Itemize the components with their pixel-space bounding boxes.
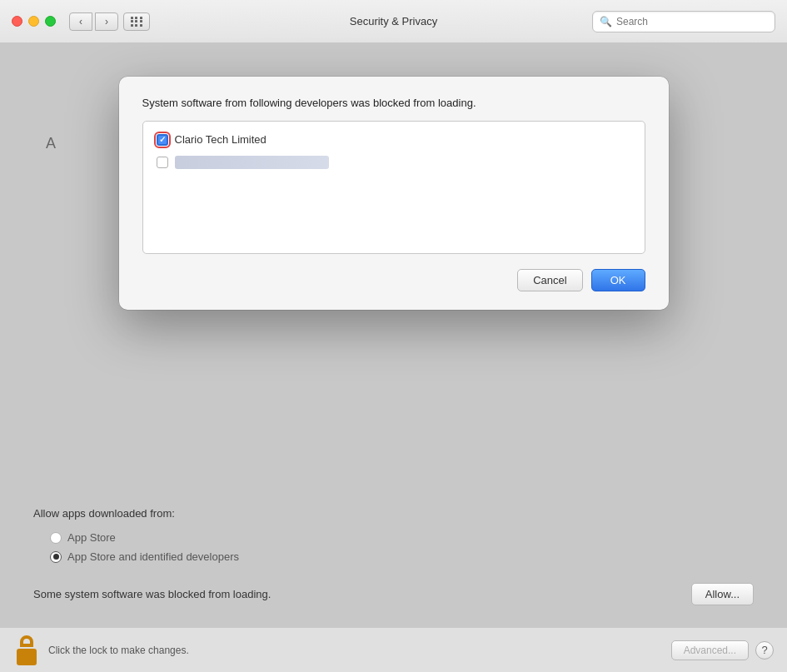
radio-item-appstore[interactable]: App Store	[50, 531, 754, 544]
blocked-row: Some system software was blocked from lo…	[33, 583, 754, 605]
grid-icon	[131, 17, 143, 27]
radio-group: App Store App Store and identified devel…	[50, 531, 754, 563]
lock-shackle	[20, 635, 33, 647]
modal-buttons: Cancel OK	[142, 269, 645, 291]
bottom-bar: Click the lock to make changes. Advanced…	[0, 627, 787, 672]
advanced-button[interactable]: Advanced...	[671, 640, 749, 660]
main-content: A System software from following develop…	[0, 43, 787, 672]
bottom-section: Allow apps downloaded from: App Store Ap…	[0, 490, 787, 605]
checkbox-unknown[interactable]	[157, 157, 168, 168]
radio-appstore-label: App Store	[67, 531, 116, 544]
lock-icon[interactable]	[13, 635, 40, 665]
developer-name-2-blurred	[175, 156, 329, 169]
checkbox-clario[interactable]	[157, 134, 168, 146]
search-icon: 🔍	[600, 16, 612, 27]
modal-dialog: System software from following developer…	[119, 77, 669, 310]
cancel-button[interactable]: Cancel	[517, 269, 582, 291]
back-button[interactable]: ‹	[69, 12, 92, 31]
radio-identified-icon[interactable]	[50, 551, 62, 563]
maximize-button[interactable]	[45, 16, 56, 27]
close-button[interactable]	[12, 16, 22, 27]
lock-body	[17, 649, 37, 665]
window-title: Security & Privacy	[350, 15, 437, 27]
search-box[interactable]: 🔍	[592, 11, 775, 32]
allow-button[interactable]: Allow...	[691, 583, 754, 605]
developer-list: Clario Tech Limited	[142, 121, 645, 254]
minimize-button[interactable]	[28, 16, 39, 27]
traffic-lights	[12, 16, 56, 27]
forward-button[interactable]: ›	[95, 12, 118, 31]
developer-item-1[interactable]: Clario Tech Limited	[150, 128, 638, 151]
radio-appstore-icon[interactable]	[50, 532, 62, 544]
radio-item-identified[interactable]: App Store and identified developers	[50, 550, 754, 563]
developer-name-1: Clario Tech Limited	[175, 133, 266, 146]
radio-identified-label: App Store and identified developers	[67, 550, 239, 563]
section-divider	[33, 490, 754, 490]
lock-label: Click the lock to make changes.	[48, 645, 189, 656]
help-button[interactable]: ?	[755, 641, 774, 660]
grid-button[interactable]	[123, 12, 150, 31]
blocked-text: Some system software was blocked from lo…	[33, 588, 271, 600]
titlebar: ‹ › Security & Privacy 🔍	[0, 0, 787, 43]
search-input[interactable]	[616, 16, 768, 27]
modal-title: System software from following developer…	[142, 97, 645, 109]
nav-buttons: ‹ ›	[69, 12, 118, 31]
developer-item-2[interactable]	[150, 151, 638, 174]
ok-button[interactable]: OK	[591, 269, 645, 291]
bottom-right-buttons: Advanced... ?	[671, 640, 774, 660]
allow-label: Allow apps downloaded from:	[33, 507, 754, 520]
